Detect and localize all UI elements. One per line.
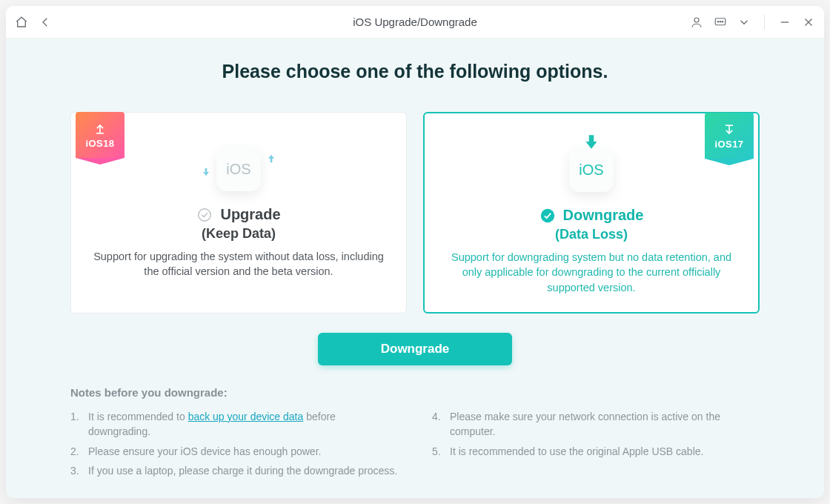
upgrade-ribbon: iOS18 [76,112,124,158]
svg-point-5 [199,208,211,221]
ios-tile-text: iOS [579,162,603,179]
downgrade-illustration: iOS [547,140,636,199]
checked-icon [540,208,556,224]
notes-col-left: 1. It is recommended to back up your dev… [70,405,398,478]
downgrade-ribbon: iOS17 [705,113,754,159]
close-icon[interactable] [802,16,815,29]
backup-link[interactable]: back up your device data [188,411,304,422]
note-text: It is recommended to back up your device… [88,409,398,440]
upgrade-illustration: iOS [194,139,283,199]
window-title: iOS Upgrade/Downgrade [353,16,477,28]
note-5: 5. It is recommended to use the original… [432,444,760,459]
app-window: iOS Upgrade/Downgrade Please choose one … [6,6,824,498]
downgrade-ribbon-label: iOS17 [715,139,744,150]
back-icon[interactable] [39,16,52,29]
note-text: Please ensure your iOS device has enough… [88,444,321,459]
content: Please choose one of the following optio… [6,39,824,498]
svg-point-4 [722,21,723,22]
notes-title: Notes before you downgrade: [70,386,760,399]
ios-tile-text: iOS [226,161,250,178]
page-headline: Please choose one of the following optio… [222,61,608,82]
note-num: 4. [432,409,442,440]
upgrade-card[interactable]: iOS18 iOS Upgrade (Keep Data) Support fo… [70,112,407,314]
upgrade-ribbon-label: iOS18 [86,138,115,149]
account-icon[interactable] [690,16,703,29]
home-icon[interactable] [15,16,28,29]
titlebar: iOS Upgrade/Downgrade [6,6,824,39]
downgrade-button[interactable]: Downgrade [318,333,512,365]
options-row: iOS18 iOS Upgrade (Keep Data) Support fo… [70,112,760,314]
chevron-down-icon[interactable] [737,16,751,29]
titlebar-divider [764,15,765,30]
svg-point-3 [720,21,721,22]
upgrade-description: Support for upgrading the system without… [71,249,406,279]
svg-point-2 [717,21,719,22]
downgrade-description: Support for downgrading system but no da… [425,250,758,295]
note-num: 2. [70,444,81,459]
titlebar-left [15,16,52,29]
notes-col-right: 4. Please make sure your network connect… [432,405,760,478]
feedback-icon[interactable] [714,16,727,29]
ios-tile-icon: iOS [216,147,261,191]
minimize-icon[interactable] [778,16,791,29]
note-num: 3. [70,463,81,478]
notes-columns: 1. It is recommended to back up your dev… [70,405,760,478]
note-1: 1. It is recommended to back up your dev… [70,409,398,440]
note-num: 1. [70,409,81,440]
note-text-part: It is recommended to [88,411,188,422]
titlebar-right [690,15,815,30]
upgrade-subtitle: (Keep Data) [202,226,276,242]
unchecked-icon [196,207,213,223]
downgrade-title-row: Downgrade [540,207,644,224]
svg-point-6 [540,208,554,222]
note-4: 4. Please make sure your network connect… [432,409,760,440]
note-2: 2. Please ensure your iOS device has eno… [70,444,398,459]
notes-section: Notes before you downgrade: 1. It is rec… [70,386,760,478]
downgrade-subtitle: (Data Loss) [555,227,628,242]
note-text: Please make sure your network connection… [450,409,760,440]
note-3: 3. If you use a laptop, please charge it… [70,463,398,478]
downgrade-title: Downgrade [563,207,644,224]
downgrade-card[interactable]: iOS17 iOS Downgrade (Data Loss) Support … [423,112,760,314]
ios-tile-icon: iOS [569,147,614,192]
note-text: If you use a laptop, please charge it du… [88,463,397,478]
upgrade-title: Upgrade [220,206,280,223]
svg-point-0 [694,18,699,22]
note-num: 5. [432,444,442,459]
note-text: It is recommended to use the original Ap… [450,444,703,459]
upgrade-title-row: Upgrade [196,206,280,223]
